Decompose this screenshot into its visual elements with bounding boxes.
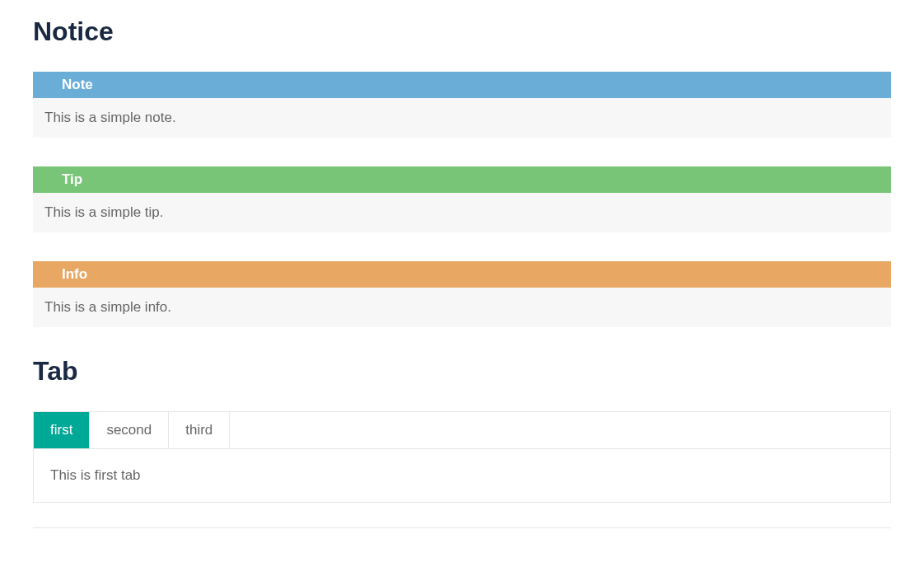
notice-note: Note This is a simple note. (33, 72, 891, 138)
tab-nav: first second third (34, 412, 890, 449)
notice-info-body: This is a simple info. (33, 288, 891, 327)
notice-tip-title: Tip (33, 166, 891, 193)
tab-heading: Tab (33, 356, 891, 387)
tab-first[interactable]: first (34, 412, 90, 448)
notice-tip-body: This is a simple tip. (33, 193, 891, 232)
tab-content: This is first tab (34, 449, 890, 502)
divider (33, 527, 891, 528)
notice-note-body: This is a simple note. (33, 98, 891, 138)
tab-container: first second third This is first tab (33, 411, 891, 503)
notice-note-title: Note (33, 72, 891, 98)
notice-tip: Tip This is a simple tip. (33, 166, 891, 232)
tab-second[interactable]: second (90, 412, 169, 448)
notice-info: Info This is a simple info. (33, 261, 891, 327)
tab-third[interactable]: third (169, 412, 230, 448)
notice-info-title: Info (33, 261, 891, 288)
notice-heading: Notice (33, 16, 891, 47)
